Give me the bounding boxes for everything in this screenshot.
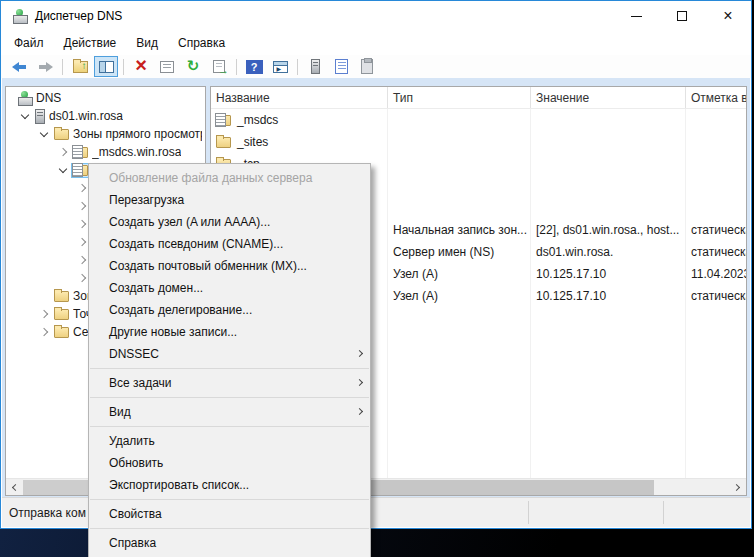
submenu-arrow-icon [356, 379, 363, 386]
context-menu-item-properties[interactable]: Свойства [89, 503, 370, 525]
menubar-item-view[interactable]: Вид [126, 33, 168, 53]
context-menu-item-export-list[interactable]: Экспортировать список... [89, 474, 370, 496]
toolbar-separator [62, 59, 63, 75]
context-menu-item-label: Создать делегирование... [109, 303, 252, 317]
refresh-button[interactable] [181, 56, 205, 77]
chevron-right-icon[interactable] [53, 143, 72, 161]
menubar-item-help[interactable]: Справка [168, 33, 235, 53]
record-type: Сервер имен (NS) [388, 245, 531, 259]
maximize-button[interactable] [659, 1, 705, 31]
forward-icon [38, 62, 53, 72]
up-level-icon [73, 61, 88, 73]
context-menu-item-reload[interactable]: Перезагрузка [89, 189, 370, 211]
record-value: [22], ds01.win.rosa., host... [531, 223, 686, 237]
close-button[interactable]: × [705, 1, 751, 31]
record-timestamp: статическая [686, 245, 746, 259]
context-menu-item-new-delegation[interactable]: Создать делегирование... [89, 299, 370, 321]
context-menu-item-dnssec[interactable]: DNSSEC [89, 343, 370, 365]
toolbar-separator [297, 59, 298, 75]
delete-button[interactable] [129, 56, 153, 77]
folder-icon [54, 129, 69, 140]
scroll-left-button[interactable] [6, 479, 23, 495]
statusbar-separator [663, 501, 664, 524]
context-menu: Обновление файла данных сервераПерезагру… [88, 163, 371, 557]
record-value: 10.125.17.10 [531, 267, 686, 281]
titlebar: Диспетчер DNS × [1, 1, 751, 31]
context-menu-item-all-tasks[interactable]: Все задачи [89, 372, 370, 394]
tree-item-label: ds01.win.rosa [49, 109, 123, 123]
menubar-item-file[interactable]: Файл [4, 33, 54, 53]
context-menu-item-label: Экспортировать список... [109, 478, 249, 492]
record-list-button[interactable] [329, 56, 353, 77]
up-level-button[interactable] [68, 56, 92, 77]
export-list-icon [213, 60, 225, 73]
context-menu-item-label: DNSSEC [109, 347, 159, 361]
statusbar-separator [528, 501, 529, 524]
context-menu-item-delete[interactable]: Удалить [89, 430, 370, 452]
properties-button[interactable] [155, 56, 179, 77]
context-menu-item-new-mx[interactable]: Создать почтовый обменник (MX)... [89, 255, 370, 277]
column-header-type[interactable]: Тип [388, 87, 531, 108]
record-name: _msdcs [237, 113, 278, 127]
chevron-down-icon[interactable] [53, 161, 72, 179]
context-menu-item-new-domain[interactable]: Создать домен... [89, 277, 370, 299]
tree-item-forward-zones[interactable]: Зоны прямого просмотра [6, 125, 205, 143]
context-menu-item-label: Все задачи [109, 376, 172, 390]
column-header-timestamp[interactable]: Отметка времени [686, 87, 746, 108]
status-text: Отправка ком [9, 506, 86, 520]
filter-button[interactable] [355, 56, 379, 77]
server-status-icon [311, 59, 320, 74]
context-menu-item-new-alias[interactable]: Создать псевдоним (CNAME)... [89, 233, 370, 255]
toolbar [1, 55, 751, 78]
close-icon: × [723, 8, 732, 24]
tree-item-server-ds01[interactable]: ds01.win.rosa [6, 107, 205, 125]
column-header-name[interactable]: Название [211, 87, 388, 108]
show-tree-button[interactable] [94, 56, 118, 77]
dns-root-icon [17, 91, 32, 106]
dns-app-icon [12, 9, 27, 24]
tree-item-label: DNS [36, 91, 61, 105]
tree-item-dns-root[interactable]: DNS [6, 89, 205, 107]
menubar-item-action[interactable]: Действие [54, 33, 127, 53]
column-header-value[interactable]: Значение [531, 87, 686, 108]
tree-item-label: _msdcs.win.rosa [92, 145, 181, 159]
server-status-button[interactable] [303, 56, 327, 77]
chevron-right-icon[interactable] [34, 305, 53, 323]
properties-icon [160, 61, 174, 73]
context-menu-item-label: Справка [109, 536, 156, 550]
context-menu-item-label: Создать узел (A или AAAA)... [109, 215, 270, 229]
chevron-right-icon [733, 483, 740, 490]
record-type: Узел (A) [388, 289, 531, 303]
record-timestamp: 11.04.2023 [686, 267, 746, 281]
context-menu-item-label: Создать почтовый обменник (MX)... [109, 259, 307, 273]
menubar: ФайлДействиеВидСправка [1, 31, 751, 55]
chevron-left-icon [12, 483, 19, 490]
context-menu-separator [90, 426, 369, 427]
context-menu-item-help[interactable]: Справка [89, 532, 370, 554]
back-button[interactable] [7, 56, 31, 77]
chevron-down-icon[interactable] [34, 125, 53, 143]
minimize-button[interactable] [613, 1, 659, 31]
context-menu-item-view[interactable]: Вид [89, 401, 370, 423]
context-menu-item-other-new-records[interactable]: Другие новые записи... [89, 321, 370, 343]
chevron-down-icon[interactable] [15, 107, 34, 125]
chevron-placeholder [34, 287, 53, 305]
show-window-button[interactable] [268, 56, 292, 77]
context-menu-item-new-host[interactable]: Создать узел (A или AAAA)... [89, 211, 370, 233]
list-header: Название Тип Значение Отметка времени [211, 87, 746, 109]
chevron-right-icon[interactable] [34, 323, 53, 341]
context-menu-item-label: Свойства [109, 507, 162, 521]
list-row-msdcs[interactable]: _msdcs [211, 109, 746, 131]
tree-item-zone-msdcs[interactable]: _msdcs.win.rosa [6, 143, 205, 161]
context-menu-item-label: Перезагрузка [109, 193, 184, 207]
refresh-icon [187, 59, 200, 74]
forward-button[interactable] [33, 56, 57, 77]
context-menu-item-label: Обновление файла данных сервера [109, 171, 312, 185]
context-menu-item-refresh[interactable]: Обновить [89, 452, 370, 474]
export-list-button[interactable] [207, 56, 231, 77]
help-button[interactable] [242, 56, 266, 77]
folder-icon [54, 309, 69, 320]
toolbar-separator [123, 59, 124, 75]
list-row-sites[interactable]: _sites [211, 131, 746, 153]
scroll-right-button[interactable] [729, 479, 746, 495]
